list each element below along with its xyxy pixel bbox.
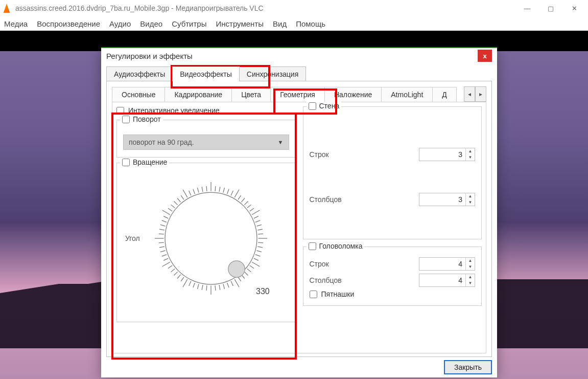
- svg-line-51: [161, 255, 166, 256]
- svg-line-5: [227, 189, 228, 194]
- minimize-button[interactable]: —: [515, 0, 539, 16]
- dialog-close-text-button[interactable]: Закрыть: [444, 360, 492, 374]
- menu-subtitles[interactable]: Субтитры: [172, 19, 206, 28]
- svg-line-31: [234, 279, 239, 287]
- svg-line-69: [193, 189, 195, 194]
- menu-playback[interactable]: Воспроизведение: [37, 19, 100, 28]
- menu-view[interactable]: Вид: [273, 19, 287, 28]
- menu-bar: Медиа Воспроизведение Аудио Видео Субтит…: [0, 16, 588, 31]
- svg-point-73: [228, 261, 245, 278]
- svg-line-65: [177, 198, 180, 202]
- interactive-zoom-checkbox[interactable]: Интерактивное увеличение: [116, 106, 296, 115]
- subtab-basic[interactable]: Основные: [112, 87, 165, 102]
- dialog-bottom-bar: Закрыть: [101, 357, 497, 377]
- spin-down-icon[interactable]: ▼: [466, 154, 475, 161]
- svg-line-22: [256, 251, 262, 252]
- svg-line-48: [168, 265, 172, 269]
- menu-tools[interactable]: Инструменты: [216, 19, 264, 28]
- interactive-zoom-input[interactable]: [116, 107, 124, 115]
- wall-cols-spinner[interactable]: 3 ▲▼: [419, 193, 475, 206]
- title-bar: assassins.creed.2016.dvdrip_7ba.ru_Mobil…: [0, 0, 588, 16]
- svg-line-8: [238, 195, 241, 199]
- svg-line-12: [249, 208, 253, 211]
- spin-up-icon[interactable]: ▲: [466, 258, 475, 264]
- puzzle-rows-row: Строк 4 ▲▼: [310, 257, 476, 271]
- svg-line-20: [258, 242, 263, 243]
- chevron-down-icon: ▼: [278, 139, 284, 145]
- svg-line-57: [159, 229, 164, 230]
- angle-label: Угол: [125, 234, 140, 242]
- svg-line-64: [174, 202, 177, 205]
- tab-video-effects[interactable]: Видеоэффекты: [172, 66, 240, 81]
- rotate-checkbox[interactable]: [122, 116, 130, 123]
- subtab-colors[interactable]: Цвета: [231, 87, 271, 102]
- dialog-close-button[interactable]: x: [478, 50, 492, 62]
- puzzle-rows-spinner[interactable]: 4 ▲▼: [419, 257, 475, 271]
- wall-rows-label: Строк: [310, 150, 414, 159]
- wall-cols-row: Столбцов 3 ▲▼: [310, 193, 476, 206]
- svg-line-45: [177, 275, 180, 279]
- puzzle-legend: Головоломка: [319, 242, 363, 250]
- menu-video[interactable]: Видео: [140, 19, 162, 28]
- puzzle-cols-value: 4: [419, 276, 465, 284]
- close-window-button[interactable]: ✕: [562, 0, 586, 16]
- tab-synchronization[interactable]: Синхронизация: [239, 66, 306, 81]
- tabs-scroll-left[interactable]: ◂: [464, 86, 475, 102]
- spin-down-icon[interactable]: ▼: [466, 199, 475, 206]
- svg-line-52: [160, 251, 166, 252]
- main-tabs: Аудиоэффекты Видеоэффекты Синхронизация: [106, 66, 492, 81]
- spin-down-icon[interactable]: ▼: [466, 264, 475, 270]
- wall-cols-value: 3: [419, 195, 465, 204]
- geometry-right-column: Стена Строк 3 ▲▼ Столбцов 3: [303, 106, 482, 349]
- interactive-zoom-label: Интерактивное увеличение: [128, 106, 220, 115]
- svg-line-44: [181, 277, 184, 281]
- tab-audio-effects[interactable]: Аудиоэффекты: [106, 66, 173, 81]
- dialog-title-bar: Регулировки и эффекты x: [101, 48, 497, 63]
- svg-line-53: [159, 247, 164, 248]
- wall-group: Стена Строк 3 ▲▼ Столбцов 3: [303, 106, 482, 239]
- maximize-button[interactable]: ▢: [539, 0, 562, 16]
- svg-line-21: [257, 247, 263, 248]
- svg-line-43: [183, 279, 187, 287]
- puzzle-shuffle-checkbox[interactable]: Пятнашки: [310, 290, 476, 298]
- svg-line-23: [255, 255, 260, 256]
- rotate-dropdown[interactable]: поворот на 90 град. ▼: [123, 135, 289, 150]
- rotation-checkbox[interactable]: [122, 159, 130, 166]
- svg-line-66: [181, 195, 184, 199]
- subtab-overlay[interactable]: Наложение: [324, 87, 382, 102]
- window-title: assassins.creed.2016.dvdrip_7ba.ru_Mobil…: [15, 4, 264, 12]
- puzzle-shuffle-input[interactable]: [310, 291, 317, 298]
- rotation-group: Вращение Угол: [116, 163, 296, 322]
- puzzle-checkbox[interactable]: [309, 242, 316, 250]
- puzzle-cols-spinner[interactable]: 4 ▲▼: [419, 274, 475, 287]
- svg-line-67: [183, 190, 187, 197]
- svg-line-25: [252, 262, 260, 266]
- svg-line-2: [215, 186, 216, 191]
- wall-checkbox[interactable]: [309, 102, 316, 110]
- svg-line-39: [202, 285, 203, 290]
- svg-line-58: [160, 225, 166, 226]
- svg-line-3: [219, 187, 220, 192]
- spin-down-icon[interactable]: ▼: [466, 280, 475, 286]
- svg-line-40: [197, 284, 199, 289]
- tabs-scroll-right[interactable]: ▸: [475, 86, 486, 102]
- wall-legend: Стена: [319, 102, 340, 110]
- svg-line-34: [223, 284, 225, 289]
- subtab-crop[interactable]: Кадрирование: [164, 87, 232, 102]
- angle-dial[interactable]: 330: [147, 174, 275, 302]
- puzzle-rows-label: Строк: [310, 260, 414, 268]
- menu-help[interactable]: Помощь: [296, 19, 325, 28]
- svg-line-14: [254, 216, 258, 218]
- menu-media[interactable]: Медиа: [4, 19, 28, 28]
- subtab-more[interactable]: Д: [432, 87, 456, 102]
- wall-rows-spinner[interactable]: 3 ▲▼: [419, 148, 475, 161]
- menu-audio[interactable]: Аудио: [109, 19, 131, 28]
- subtab-geometry[interactable]: Геометрия: [270, 87, 325, 102]
- spin-up-icon[interactable]: ▲: [466, 274, 475, 280]
- svg-line-71: [202, 187, 203, 192]
- svg-line-17: [257, 229, 263, 230]
- subtab-atmolight[interactable]: AtmoLight: [381, 87, 433, 102]
- svg-line-62: [168, 208, 172, 211]
- spin-up-icon[interactable]: ▲: [466, 148, 475, 154]
- spin-up-icon[interactable]: ▲: [466, 193, 475, 199]
